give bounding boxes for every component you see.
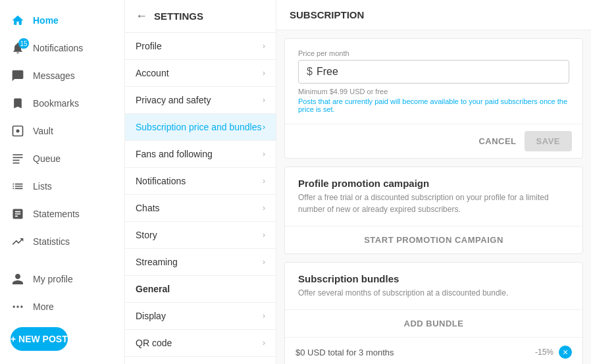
- chevron-right-icon: ›: [263, 338, 265, 348]
- settings-item-display[interactable]: Display ›: [125, 303, 276, 330]
- subscription-header: SUBSCRIPTION: [276, 0, 591, 30]
- chevron-right-icon: ›: [263, 176, 265, 186]
- svg-point-7: [16, 305, 18, 307]
- price-actions: CANCEL SAVE: [285, 124, 582, 158]
- back-button[interactable]: ←: [136, 9, 147, 23]
- currency-symbol: $: [307, 66, 313, 78]
- svg-rect-2: [13, 154, 23, 155]
- price-label: Price per month: [298, 49, 569, 57]
- settings-item-general-label: General: [136, 284, 170, 294]
- sidebar: Home 15 Notifications Messages Bookmarks…: [0, 0, 125, 364]
- sidebar-label-statements: Statements: [33, 209, 80, 219]
- settings-item-qr-code[interactable]: QR code ›: [125, 330, 276, 357]
- settings-item-notifications[interactable]: Notifications ›: [125, 168, 276, 195]
- profile-icon: [11, 272, 25, 286]
- settings-item-story-label: Story: [136, 230, 157, 240]
- svg-point-8: [20, 305, 22, 307]
- start-promotion-button[interactable]: START PROMOTION CAMPAIGN: [285, 226, 582, 253]
- settings-panel: ← SETTINGS Profile › Account › Privacy a…: [125, 0, 276, 364]
- promotion-card: Profile promotion campaign Offer a free …: [284, 167, 583, 254]
- notifications-badge: 15: [18, 38, 29, 49]
- statements-icon: [11, 207, 25, 221]
- sidebar-item-queue[interactable]: Queue: [0, 145, 124, 172]
- sidebar-label-notifications: Notifications: [33, 43, 83, 53]
- svg-rect-3: [13, 157, 23, 159]
- settings-item-account[interactable]: Account ›: [125, 60, 276, 87]
- promotion-section: Profile promotion campaign Offer a free …: [285, 167, 582, 226]
- price-value: Free: [317, 66, 338, 78]
- settings-item-subscription[interactable]: Subscription price and bundles ›: [125, 114, 276, 141]
- settings-title: SETTINGS: [154, 11, 203, 22]
- sidebar-label-messages: Messages: [33, 70, 75, 81]
- sidebar-item-bookmarks[interactable]: Bookmarks: [0, 90, 124, 117]
- vault-icon: [11, 124, 25, 138]
- price-hint-link: Posts that are currently paid will becom…: [298, 97, 569, 113]
- svg-rect-5: [13, 163, 20, 164]
- chevron-right-icon: ›: [263, 149, 265, 159]
- sidebar-item-statistics[interactable]: Statistics: [0, 228, 124, 255]
- price-input-wrap[interactable]: $ Free: [298, 60, 569, 84]
- bundle-3months-text: $0 USD total for 3 months: [296, 348, 394, 357]
- settings-item-streaming-label: Streaming: [136, 257, 178, 267]
- save-button[interactable]: SAVE: [525, 131, 572, 151]
- settings-header: ← SETTINGS: [125, 0, 276, 33]
- chevron-right-icon: ›: [263, 257, 265, 267]
- add-bundle-button[interactable]: ADD BUNDLE: [285, 309, 582, 337]
- sidebar-label-vault: Vault: [33, 126, 53, 136]
- promotion-title: Profile promotion campaign: [298, 178, 569, 189]
- price-card: Price per month $ Free Minimum $4.99 USD…: [284, 38, 583, 159]
- settings-item-profile-label: Profile: [136, 41, 162, 51]
- sidebar-item-home[interactable]: Home: [0, 7, 124, 34]
- settings-item-account-label: Account: [136, 68, 169, 78]
- sidebar-label-bookmarks: Bookmarks: [33, 98, 79, 109]
- sidebar-item-vault[interactable]: Vault: [0, 117, 124, 145]
- discount-3months: -15%: [535, 348, 553, 357]
- sidebar-item-my-profile[interactable]: My profile: [0, 265, 124, 293]
- settings-item-display-label: Display: [136, 311, 166, 321]
- sidebar-label-home: Home: [33, 15, 59, 26]
- statistics-icon: [11, 234, 25, 249]
- settings-item-notifications-label: Notifications: [136, 176, 186, 186]
- chevron-right-icon: ›: [263, 95, 265, 105]
- settings-item-fans-label: Fans and following: [136, 149, 213, 159]
- sidebar-label-my-profile: My profile: [33, 274, 73, 284]
- queue-icon: [11, 151, 25, 166]
- bundle-3months-actions: -15% ×: [535, 346, 572, 359]
- sidebar-item-statements[interactable]: Statements: [0, 200, 124, 228]
- more-icon: [11, 299, 25, 314]
- bundles-section: Subscription bundles Offer several month…: [285, 263, 582, 309]
- bundles-title: Subscription bundles: [298, 273, 569, 284]
- chevron-right-icon: ›: [263, 122, 265, 132]
- settings-item-general[interactable]: General: [125, 276, 276, 303]
- settings-item-privacy[interactable]: Privacy and safety ›: [125, 87, 276, 114]
- sidebar-item-more[interactable]: More: [0, 293, 124, 321]
- cancel-button[interactable]: CANCEL: [478, 136, 516, 146]
- bundles-description: Offer several months of subscription at …: [298, 287, 569, 299]
- settings-item-fans[interactable]: Fans and following ›: [125, 141, 276, 168]
- chevron-right-icon: ›: [263, 203, 265, 213]
- message-icon: [11, 68, 25, 83]
- bookmark-icon: [11, 96, 25, 111]
- chevron-right-icon: ›: [263, 41, 265, 51]
- sidebar-label-more: More: [33, 301, 54, 312]
- settings-item-streaming[interactable]: Streaming ›: [125, 249, 276, 276]
- settings-item-chats[interactable]: Chats ›: [125, 195, 276, 222]
- remove-bundle-3months-button[interactable]: ×: [559, 346, 572, 359]
- sidebar-item-messages[interactable]: Messages: [0, 62, 124, 90]
- new-post-button[interactable]: + NEW POST: [11, 327, 68, 351]
- price-section: Price per month $ Free Minimum $4.99 USD…: [285, 39, 582, 124]
- sidebar-label-statistics: Statistics: [33, 236, 70, 247]
- chevron-right-icon: ›: [263, 230, 265, 240]
- svg-point-6: [13, 305, 15, 307]
- bundle-item-3months: $0 USD total for 3 months -15% ×: [285, 337, 582, 364]
- settings-item-chats-label: Chats: [136, 203, 160, 213]
- sidebar-label-queue: Queue: [33, 153, 61, 164]
- sidebar-item-notifications[interactable]: 15 Notifications: [0, 34, 124, 62]
- settings-item-story[interactable]: Story ›: [125, 222, 276, 249]
- sidebar-item-lists[interactable]: Lists: [0, 172, 124, 200]
- settings-item-privacy-label: Privacy and safety: [136, 95, 211, 105]
- settings-item-profile[interactable]: Profile ›: [125, 33, 276, 60]
- settings-item-qr-code-label: QR code: [136, 338, 172, 348]
- promotion-description: Offer a free trial or a discounted subsc…: [298, 192, 569, 215]
- home-icon: [11, 13, 25, 28]
